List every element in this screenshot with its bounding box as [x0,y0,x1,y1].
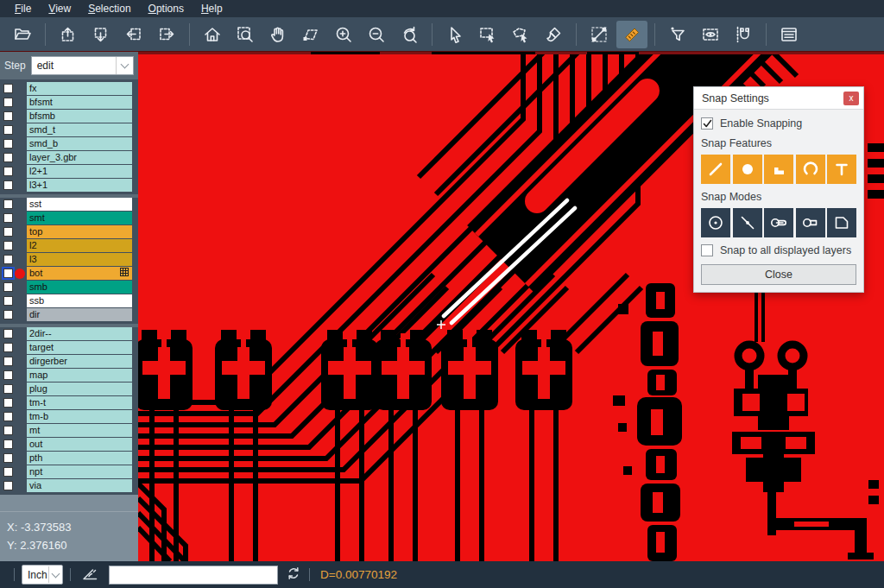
snap-feature-pad-button[interactable] [764,155,793,184]
open-file-button[interactable] [7,21,38,48]
home-view-button[interactable] [197,21,228,48]
move-right-button[interactable] [151,21,182,48]
panel-button[interactable] [774,21,805,48]
layer-label[interactable]: via [27,479,132,492]
zoom-polygon-button[interactable] [295,21,326,48]
zoom-in-button[interactable] [328,21,359,48]
layer-checkbox[interactable] [3,310,13,319]
layer-checkbox[interactable] [3,269,13,278]
layer-label[interactable]: sst [27,198,132,211]
layer-checkbox[interactable] [3,227,13,237]
layer-label[interactable]: ssb [27,294,132,307]
snap-mode-slot-outline-button[interactable] [796,208,825,237]
layer-label[interactable]: bot [27,267,132,280]
pan-button[interactable] [262,21,294,48]
layer-checkbox[interactable] [3,180,13,190]
layer-checkbox[interactable] [3,139,13,149]
layer-label[interactable]: map [27,369,132,382]
layer-label[interactable]: bfsmt [27,96,132,109]
enable-snapping-checkbox[interactable] [701,117,713,130]
snap-mode-slot-button[interactable] [764,208,793,237]
layer-checkbox[interactable] [3,167,13,176]
layer-checkbox[interactable] [3,296,13,306]
snap-feature-line-button[interactable] [701,155,730,184]
snap-button[interactable] [728,21,759,48]
menu-file[interactable]: File [7,1,39,16]
layer-checkbox[interactable] [3,481,13,490]
layer-label[interactable]: mt [27,424,132,437]
layer-label[interactable]: dirgerber [27,355,132,368]
measure-value-input[interactable] [109,566,278,585]
menu-selection[interactable]: Selection [80,1,138,16]
layer-label[interactable]: l2 [27,239,132,252]
measure-points-button[interactable] [584,21,615,48]
layer-checkbox[interactable] [3,111,13,121]
layer-label[interactable]: npt [27,465,132,478]
select-button[interactable] [439,21,470,48]
menu-help[interactable]: Help [193,1,230,16]
snap-mode-center-button[interactable] [701,208,730,237]
layer-label[interactable]: l3+1 [27,179,132,192]
snap-feature-arc-button[interactable] [796,155,825,184]
layer-label[interactable]: plug [27,383,132,395]
view-options-button[interactable] [695,21,726,48]
unit-select[interactable]: Inch [22,565,63,585]
zoom-out-button[interactable] [361,21,392,48]
layer-checkbox[interactable] [3,357,13,366]
layer-checkbox[interactable] [3,370,13,380]
menu-view[interactable]: View [41,1,79,16]
angle-measure-icon[interactable] [81,565,98,585]
layer-label[interactable]: smd_b [27,137,132,150]
layer-checkbox[interactable] [3,282,13,292]
select-rectangle-button[interactable] [472,21,503,48]
layer-label[interactable]: fx [27,82,132,95]
layer-checkbox[interactable] [3,467,13,477]
layer-checkbox[interactable] [3,98,13,107]
layer-checkbox[interactable] [3,255,13,264]
layer-checkbox[interactable] [3,199,13,209]
layer-label[interactable]: l3 [27,253,132,266]
move-up-button[interactable] [53,21,84,48]
sync-icon[interactable] [285,565,302,585]
measure-ruler-button[interactable] [616,21,647,48]
layer-label[interactable]: smb [27,281,132,294]
dialog-close-button[interactable]: x [843,92,859,105]
layer-checkbox[interactable] [3,439,13,449]
layer-checkbox[interactable] [3,398,13,408]
layer-label[interactable]: top [27,225,132,238]
snap-feature-circle-button[interactable] [733,155,762,184]
clear-selection-button[interactable] [538,21,569,48]
layer-label[interactable]: tm-b [27,410,132,423]
layer-label[interactable]: target [27,341,132,354]
layer-checkbox[interactable] [3,241,13,250]
dialog-close-action-button[interactable]: Close [701,264,856,285]
layer-label[interactable]: pth [27,452,132,465]
snap-feature-text-button[interactable] [827,155,856,184]
layer-label[interactable]: bfsmb [27,110,132,123]
layer-checkbox[interactable] [3,329,13,338]
menu-options[interactable]: Options [141,1,192,16]
zoom-window-button[interactable] [230,21,261,48]
layer-checkbox[interactable] [3,412,13,421]
layer-label[interactable]: layer_3.gbr [27,151,132,164]
dialog-title-bar[interactable]: Snap Settings x [694,87,863,110]
chevron-down-icon[interactable] [48,566,62,583]
step-select[interactable]: edit [31,56,134,75]
layer-label[interactable]: 2dir-- [27,327,132,340]
grid-icon[interactable] [120,267,129,280]
snap-all-layers-checkbox[interactable] [701,244,713,256]
layer-checkbox[interactable] [3,453,13,463]
layer-label[interactable]: tm-t [27,396,132,409]
select-polygon-button[interactable] [505,21,536,48]
zoom-previous-button[interactable] [394,21,425,48]
move-left-button[interactable] [118,21,149,48]
layer-checkbox[interactable] [3,213,13,223]
layer-label[interactable]: out [27,438,132,451]
layer-label[interactable]: l2+1 [27,165,132,178]
layer-label[interactable]: smd_t [27,123,132,136]
layer-checkbox[interactable] [3,343,13,352]
snap-mode-polygon-button[interactable] [827,208,856,237]
layer-checkbox[interactable] [3,426,13,435]
layer-checkbox[interactable] [3,153,13,162]
layer-checkbox[interactable] [3,125,13,135]
